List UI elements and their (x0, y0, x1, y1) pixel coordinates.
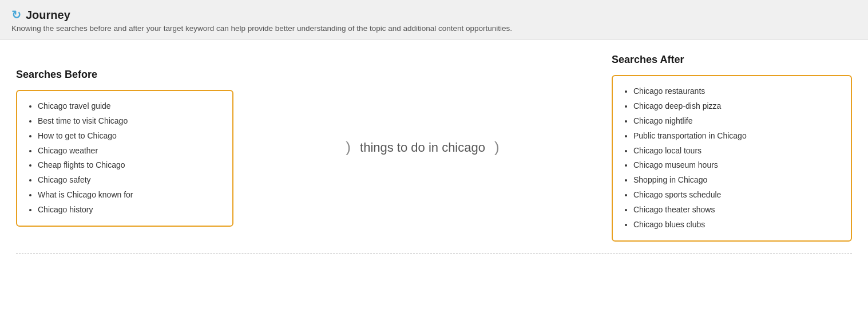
list-item: Chicago deep-dish pizza (633, 99, 841, 114)
center-keyword-section: ) things to do in chicago ) (245, 139, 600, 156)
list-item: Chicago weather (38, 144, 222, 159)
list-item: Chicago museum hours (633, 158, 841, 173)
header-title-row: ↻ Journey (11, 8, 857, 22)
list-item: Shopping in Chicago (633, 173, 841, 188)
searches-after-section: Searches After Chicago restaurantsChicag… (612, 54, 852, 242)
header-description: Knowing the searches before and after yo… (11, 24, 857, 33)
list-item: Chicago history (38, 203, 222, 218)
target-keyword: things to do in chicago (360, 140, 485, 155)
list-item: Cheap flights to Chicago (38, 158, 222, 173)
searches-before-box: Chicago travel guideBest time to visit C… (16, 90, 233, 227)
list-item: How to get to Chicago (38, 129, 222, 144)
searches-after-box: Chicago restaurantsChicago deep-dish piz… (612, 75, 852, 242)
searches-before-list: Chicago travel guideBest time to visit C… (25, 99, 222, 218)
list-item: Chicago restaurants (633, 84, 841, 99)
journey-icon: ↻ (11, 8, 21, 22)
list-item: Chicago sports schedule (633, 188, 841, 203)
columns-layout: Searches Before Chicago travel guideBest… (16, 54, 852, 242)
list-item: Chicago theater shows (633, 203, 841, 218)
left-chevron: ) (346, 139, 351, 156)
list-item: What is Chicago known for (38, 188, 222, 203)
header-section: ↻ Journey Knowing the searches before an… (0, 0, 868, 40)
list-item: Chicago blues clubs (633, 218, 841, 232)
list-item: Chicago local tours (633, 144, 841, 159)
searches-before-section: Searches Before Chicago travel guideBest… (16, 69, 233, 227)
searches-before-title: Searches Before (16, 69, 233, 81)
page-container: ↻ Journey Knowing the searches before an… (0, 0, 868, 312)
main-content: Searches Before Chicago travel guideBest… (0, 40, 868, 265)
searches-after-list: Chicago restaurantsChicago deep-dish piz… (621, 84, 841, 232)
searches-after-title: Searches After (612, 54, 852, 66)
section-heading: Journey (26, 9, 70, 22)
list-item: Public transportation in Chicago (633, 129, 841, 144)
footer-divider (16, 253, 852, 254)
right-chevron: ) (494, 139, 500, 156)
list-item: Chicago nightlife (633, 114, 841, 129)
list-item: Chicago safety (38, 173, 222, 188)
list-item: Best time to visit Chicago (38, 114, 222, 129)
list-item: Chicago travel guide (38, 99, 222, 114)
